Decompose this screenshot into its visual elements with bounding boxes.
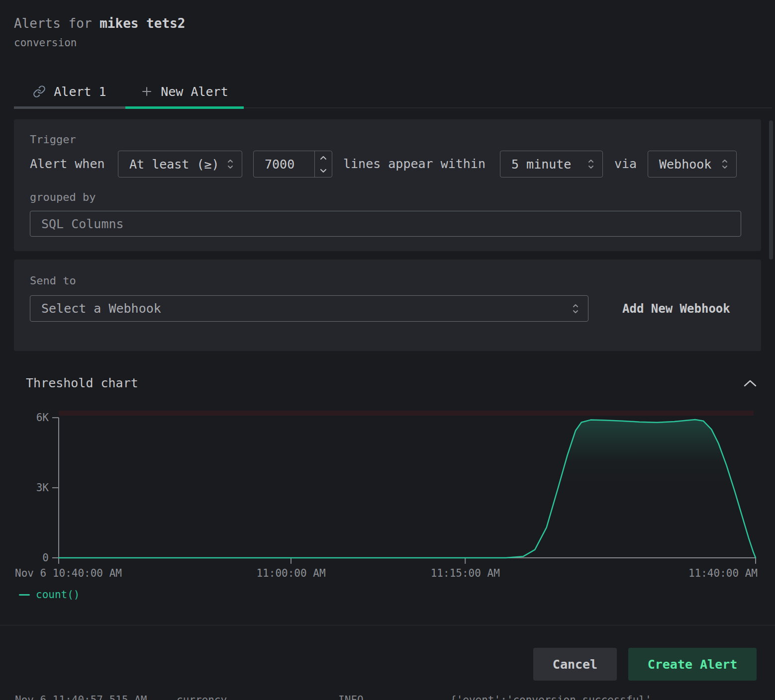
condition-select[interactable]: At least (≥)	[118, 151, 242, 177]
cancel-button[interactable]: Cancel	[533, 648, 617, 681]
background-log-row: Nov 6 11:40:57.515 AM currency INFO {'ev…	[0, 692, 775, 700]
chevron-up-icon	[320, 156, 327, 160]
legend-series-label: count()	[36, 589, 80, 601]
window-select-value: 5 minute	[511, 157, 571, 172]
page-subtitle: conversion	[14, 37, 77, 49]
chevron-updown-icon	[227, 158, 234, 171]
collapse-section-button[interactable]	[741, 376, 759, 391]
chevron-down-icon	[320, 169, 327, 173]
log-timestamp: Nov 6 11:40:57.515 AM	[15, 694, 147, 700]
spinner-down-button[interactable]	[315, 164, 332, 177]
threshold-number-input	[253, 151, 332, 177]
chart-legend: count()	[19, 589, 80, 601]
channel-select[interactable]: Webhook	[648, 151, 737, 177]
svg-text:11:15:00 AM: 11:15:00 AM	[431, 567, 500, 579]
page-title: Alerts for mikes tets2	[14, 16, 185, 31]
log-level: INFO	[338, 694, 364, 700]
scrollbar-thumb[interactable]	[769, 120, 773, 260]
svg-text:3K: 3K	[36, 482, 49, 494]
tab-alert-1[interactable]: Alert 1	[14, 75, 125, 108]
number-spinner	[314, 151, 332, 177]
alert-when-text: Alert when	[30, 151, 105, 177]
chevron-updown-icon	[721, 158, 728, 171]
lines-appear-text: lines appear within	[343, 151, 485, 177]
plus-icon	[141, 86, 153, 97]
tab-alert-1-underline	[14, 106, 125, 109]
chevron-updown-icon	[587, 158, 594, 171]
legend-line-swatch	[19, 594, 30, 596]
grouped-by-label: grouped by	[30, 191, 96, 203]
tab-new-alert-underline	[125, 106, 244, 109]
webhook-select[interactable]: Select a Webhook	[30, 295, 588, 322]
threshold-chart: 03K6KNov 6 10:40:00 AM11:00:00 AM11:15:0…	[0, 404, 775, 583]
create-alert-button[interactable]: Create Alert	[628, 648, 757, 681]
tab-new-alert[interactable]: New Alert	[125, 75, 244, 108]
svg-text:6K: 6K	[36, 412, 49, 424]
page-title-name: mikes tets2	[99, 16, 185, 31]
window-select[interactable]: 5 minute	[500, 151, 603, 177]
link-icon	[33, 85, 46, 98]
svg-text:11:40:00 AM: 11:40:00 AM	[688, 567, 758, 579]
svg-text:11:00:00 AM: 11:00:00 AM	[256, 567, 325, 579]
channel-select-value: Webhook	[659, 157, 711, 172]
send-to-panel: Send to Select a Webhook Add New Webhook	[14, 260, 761, 351]
add-new-webhook-button[interactable]: Add New Webhook	[619, 301, 733, 316]
condition-select-value: At least (≥)	[129, 157, 219, 172]
trigger-label: Trigger	[30, 133, 76, 146]
via-text: via	[614, 151, 637, 177]
page-title-prefix: Alerts for	[14, 16, 99, 31]
tab-alert-1-label: Alert 1	[54, 85, 106, 99]
footer-divider	[0, 625, 775, 625]
webhook-select-value: Select a Webhook	[41, 301, 161, 316]
chevron-updown-icon	[572, 302, 579, 315]
log-service: currency	[177, 694, 227, 700]
threshold-chart-svg: 03K6KNov 6 10:40:00 AM11:00:00 AM11:15:0…	[0, 404, 775, 583]
grouped-by-input[interactable]	[30, 211, 741, 237]
send-to-label: Send to	[30, 274, 76, 287]
spinner-up-button[interactable]	[315, 151, 332, 164]
threshold-value-field[interactable]	[254, 151, 314, 177]
chevron-up-icon	[743, 379, 757, 387]
log-message: {'event':'conversion successful'	[450, 694, 652, 700]
tab-new-alert-label: New Alert	[161, 85, 228, 99]
threshold-chart-title: Threshold chart	[26, 376, 138, 390]
svg-text:0: 0	[42, 552, 49, 564]
svg-text:Nov 6 10:40:00 AM: Nov 6 10:40:00 AM	[15, 567, 122, 579]
trigger-panel: Trigger Alert when At least (≥) lines ap…	[14, 119, 761, 251]
